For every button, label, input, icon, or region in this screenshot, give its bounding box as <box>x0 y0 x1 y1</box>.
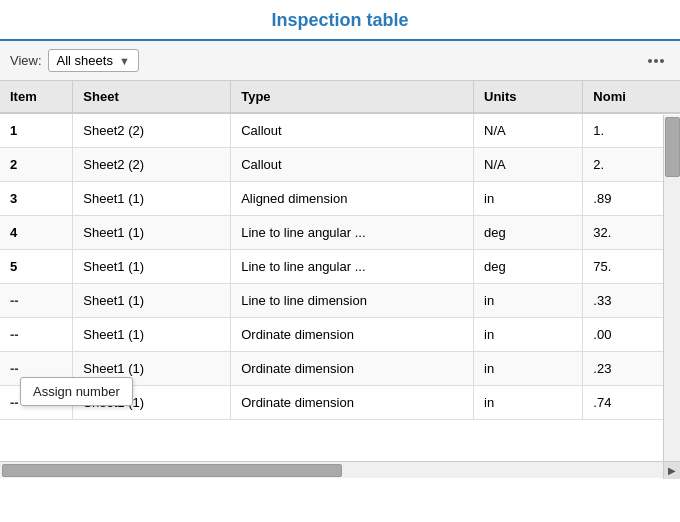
dot-icon <box>654 59 658 63</box>
cell-item: 1 <box>0 113 73 148</box>
table-row[interactable]: 5Sheet1 (1)Line to line angular ...deg75… <box>0 250 680 284</box>
cell-units: deg <box>474 216 583 250</box>
cell-item: 2 <box>0 148 73 182</box>
table-row[interactable]: --Sheet1 (1)Line to line dimensionin.33 <box>0 284 680 318</box>
cell-type: Line to line angular ... <box>231 216 474 250</box>
cell-type: Ordinate dimension <box>231 386 474 420</box>
view-select-dropdown[interactable]: All sheets ▼ <box>48 49 139 72</box>
table-row[interactable]: 4Sheet1 (1)Line to line angular ...deg32… <box>0 216 680 250</box>
cell-item: 3 <box>0 182 73 216</box>
cell-sheet: Sheet1 (1) <box>73 250 231 284</box>
scroll-right-arrow[interactable]: ▶ <box>663 462 680 479</box>
scrollbar-thumb[interactable] <box>665 117 680 177</box>
view-select-value: All sheets <box>57 53 113 68</box>
table-row[interactable]: 2Sheet2 (2)CalloutN/A2. <box>0 148 680 182</box>
cell-sheet: Sheet1 (1) <box>73 318 231 352</box>
cell-sheet: Sheet1 (1) <box>73 284 231 318</box>
cell-units: in <box>474 386 583 420</box>
horizontal-scrollbar[interactable]: ▶ <box>0 461 680 478</box>
tooltip-label: Assign number <box>33 384 120 399</box>
col-header-item: Item <box>0 81 73 113</box>
col-header-sheet: Sheet <box>73 81 231 113</box>
cell-units: in <box>474 352 583 386</box>
assign-number-tooltip[interactable]: Assign number <box>20 377 133 406</box>
scrollbar-track <box>0 462 663 478</box>
cell-sheet: Sheet1 (1) <box>73 216 231 250</box>
cell-type: Callout <box>231 148 474 182</box>
page-title: Inspection table <box>271 10 408 30</box>
page-header: Inspection table <box>0 0 680 41</box>
view-label: View: <box>10 53 42 68</box>
toolbar: View: All sheets ▼ <box>0 41 680 81</box>
more-options-button[interactable] <box>642 57 670 65</box>
cell-units: N/A <box>474 113 583 148</box>
cell-units: in <box>474 284 583 318</box>
dot-icon <box>660 59 664 63</box>
cell-type: Line to line angular ... <box>231 250 474 284</box>
cell-sheet: Sheet2 (2) <box>73 113 231 148</box>
cell-units: in <box>474 182 583 216</box>
cell-type: Ordinate dimension <box>231 318 474 352</box>
cell-type: Ordinate dimension <box>231 352 474 386</box>
col-header-units: Units <box>474 81 583 113</box>
cell-item: -- <box>0 284 73 318</box>
dot-icon <box>648 59 652 63</box>
vertical-scrollbar[interactable] <box>663 115 680 461</box>
cell-units: N/A <box>474 148 583 182</box>
cell-units: deg <box>474 250 583 284</box>
col-header-nomi: Nomi <box>583 81 680 113</box>
col-header-type: Type <box>231 81 474 113</box>
chevron-down-icon: ▼ <box>119 55 130 67</box>
table-row[interactable]: 3Sheet1 (1)Aligned dimensionin.89 <box>0 182 680 216</box>
table-row[interactable]: --Sheet1 (1)Ordinate dimensionin.00 <box>0 318 680 352</box>
inspection-table: Item Sheet Type Units Nomi 1Sheet2 (2)Ca… <box>0 81 680 420</box>
table-container: Item Sheet Type Units Nomi 1Sheet2 (2)Ca… <box>0 81 680 461</box>
toolbar-left: View: All sheets ▼ <box>10 49 139 72</box>
cell-item: -- <box>0 318 73 352</box>
horizontal-scrollbar-thumb[interactable] <box>2 464 342 477</box>
cell-type: Line to line dimension <box>231 284 474 318</box>
cell-item: 4 <box>0 216 73 250</box>
cell-type: Callout <box>231 113 474 148</box>
cell-sheet: Sheet1 (1) <box>73 182 231 216</box>
cell-sheet: Sheet2 (2) <box>73 148 231 182</box>
cell-units: in <box>474 318 583 352</box>
table-header-row: Item Sheet Type Units Nomi <box>0 81 680 113</box>
table-row[interactable]: 1Sheet2 (2)CalloutN/A1. <box>0 113 680 148</box>
cell-item: 5 <box>0 250 73 284</box>
cell-type: Aligned dimension <box>231 182 474 216</box>
